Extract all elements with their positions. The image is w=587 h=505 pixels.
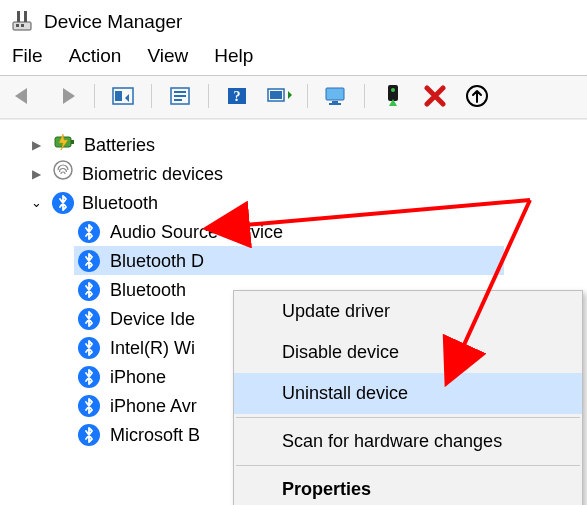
svg-point-19 (391, 88, 395, 92)
svg-rect-14 (270, 91, 282, 99)
tree-label: Bluetooth (82, 189, 158, 217)
titlebar: Device Manager (0, 0, 587, 41)
bluetooth-icon (78, 279, 100, 301)
tree-label: Biometric devices (82, 160, 223, 188)
svg-rect-9 (174, 95, 186, 97)
fingerprint-icon (52, 159, 74, 189)
tree-label: iPhone (110, 363, 166, 391)
bluetooth-icon (78, 308, 100, 330)
svg-rect-2 (21, 24, 24, 27)
svg-rect-18 (388, 85, 398, 101)
tree-item-batteries[interactable]: ▶ Batteries (28, 130, 587, 159)
update-driver-button[interactable] (463, 82, 491, 110)
svg-rect-17 (329, 103, 341, 105)
tree-label: Batteries (84, 131, 155, 159)
bluetooth-icon (78, 366, 100, 388)
menu-view[interactable]: View (147, 45, 188, 67)
battery-icon (52, 130, 76, 160)
window-title: Device Manager (44, 11, 182, 33)
tree-label: Audio Source Service (110, 218, 283, 246)
bluetooth-icon (78, 250, 100, 272)
tree-label: Microsoft B (110, 421, 200, 449)
back-button[interactable] (10, 82, 38, 110)
tree-item-bluetooth[interactable]: ⌄ Bluetooth (28, 188, 587, 217)
menu-action[interactable]: Action (69, 45, 122, 67)
svg-rect-6 (115, 91, 122, 101)
context-menu: Update driver Disable device Uninstall d… (233, 290, 583, 505)
bluetooth-icon (52, 192, 74, 214)
show-hide-tree-button[interactable] (109, 82, 137, 110)
svg-rect-10 (174, 99, 182, 101)
chevron-right-icon[interactable]: ▶ (28, 131, 44, 159)
forward-button[interactable] (52, 82, 80, 110)
svg-rect-3 (17, 11, 20, 22)
svg-rect-22 (71, 140, 74, 144)
svg-rect-15 (326, 88, 344, 100)
bluetooth-icon (78, 424, 100, 446)
tree-label: Bluetooth D (110, 247, 204, 275)
app-icon (10, 8, 34, 35)
chevron-right-icon[interactable]: ▶ (28, 160, 44, 188)
tree-label: Device Ide (110, 305, 195, 333)
svg-rect-8 (174, 91, 186, 93)
tree-label: iPhone Avr (110, 392, 197, 420)
svg-point-23 (54, 161, 72, 179)
svg-rect-1 (16, 24, 19, 27)
bluetooth-icon (78, 337, 100, 359)
menubar: File Action View Help (0, 41, 587, 75)
tree-item-biometric[interactable]: ▶ Biometric devices (28, 159, 587, 188)
scan-button[interactable] (265, 82, 293, 110)
ctx-scan-hardware[interactable]: Scan for hardware changes (234, 421, 582, 462)
svg-rect-4 (24, 11, 27, 22)
bluetooth-icon (78, 395, 100, 417)
help-button[interactable]: ? (223, 82, 251, 110)
properties-button[interactable] (166, 82, 194, 110)
separator (236, 465, 580, 466)
monitor-button[interactable] (322, 82, 350, 110)
ctx-uninstall-device[interactable]: Uninstall device (234, 373, 582, 414)
ctx-update-driver[interactable]: Update driver (234, 291, 582, 332)
svg-text:?: ? (234, 89, 241, 104)
menu-file[interactable]: File (12, 45, 43, 67)
svg-rect-16 (332, 101, 338, 103)
tree-item-bt-child[interactable]: Audio Source Service (74, 217, 587, 246)
tree-label: Bluetooth (110, 276, 186, 304)
ctx-disable-device[interactable]: Disable device (234, 332, 582, 373)
toolbar: ? (0, 76, 587, 118)
ctx-properties[interactable]: Properties (234, 469, 582, 505)
enable-device-button[interactable] (379, 82, 407, 110)
tree-label: Intel(R) Wi (110, 334, 195, 362)
disable-device-button[interactable] (421, 82, 449, 110)
separator (236, 417, 580, 418)
menu-help[interactable]: Help (214, 45, 253, 67)
tree-item-bt-child-selected[interactable]: Bluetooth D (74, 246, 504, 275)
bluetooth-icon (78, 221, 100, 243)
chevron-down-icon[interactable]: ⌄ (28, 189, 44, 217)
